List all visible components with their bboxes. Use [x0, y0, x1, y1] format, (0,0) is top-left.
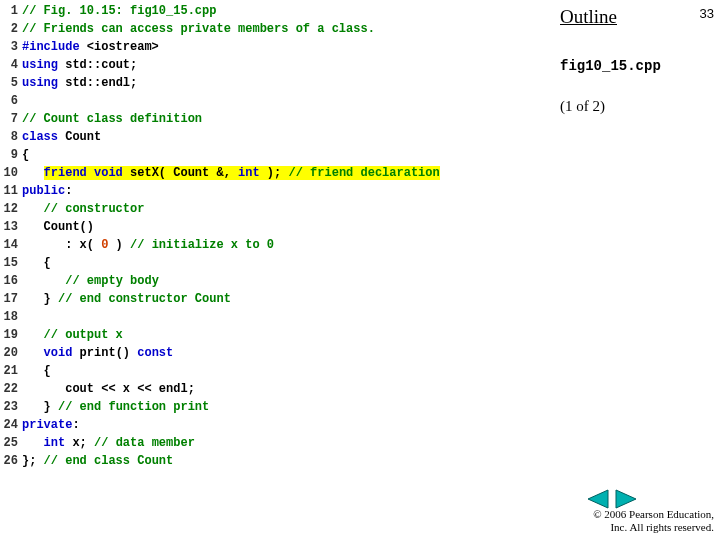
- line-number: 3: [0, 38, 22, 56]
- code-content: // Count class definition: [22, 110, 545, 128]
- code-line: 3#include <iostream>: [0, 38, 545, 56]
- code-content: cout << x << endl;: [22, 380, 545, 398]
- line-number: 17: [0, 290, 22, 308]
- code-line: 24private:: [0, 416, 545, 434]
- line-number: 1: [0, 2, 22, 20]
- code-content: class Count: [22, 128, 545, 146]
- code-listing: 1// Fig. 10.15: fig10_15.cpp2// Friends …: [0, 2, 545, 470]
- line-number: 11: [0, 182, 22, 200]
- code-line: 22 cout << x << endl;: [0, 380, 545, 398]
- code-line: 5using std::endl;: [0, 74, 545, 92]
- code-content: [22, 92, 545, 110]
- code-content: {: [22, 254, 545, 272]
- code-line: 26}; // end class Count: [0, 452, 545, 470]
- code-content: // output x: [22, 326, 545, 344]
- svg-marker-0: [588, 490, 608, 508]
- file-name-label: fig10_15.cpp: [560, 58, 661, 74]
- code-content: public:: [22, 182, 545, 200]
- line-number: 25: [0, 434, 22, 452]
- code-line: 14 : x( 0 ) // initialize x to 0: [0, 236, 545, 254]
- line-number: 13: [0, 218, 22, 236]
- svg-marker-1: [616, 490, 636, 508]
- code-line: 15 {: [0, 254, 545, 272]
- next-button[interactable]: [614, 488, 640, 510]
- code-content: {: [22, 146, 545, 164]
- code-line: 19 // output x: [0, 326, 545, 344]
- code-line: 13 Count(): [0, 218, 545, 236]
- copyright-line2: Inc. All rights reserved.: [610, 521, 714, 533]
- line-number: 15: [0, 254, 22, 272]
- code-line: 25 int x; // data member: [0, 434, 545, 452]
- code-content: int x; // data member: [22, 434, 545, 452]
- prev-button[interactable]: [584, 488, 610, 510]
- code-content: }; // end class Count: [22, 452, 545, 470]
- code-content: void print() const: [22, 344, 545, 362]
- code-line: 8class Count: [0, 128, 545, 146]
- page-part-label: (1 of 2): [560, 98, 605, 115]
- sidebar: Outline: [560, 6, 715, 28]
- code-line: 6: [0, 92, 545, 110]
- code-line: 12 // constructor: [0, 200, 545, 218]
- line-number: 9: [0, 146, 22, 164]
- code-content: friend void setX( Count &, int ); // fri…: [22, 164, 545, 182]
- line-number: 12: [0, 200, 22, 218]
- triangle-right-icon: [614, 488, 640, 510]
- code-line: 16 // empty body: [0, 272, 545, 290]
- code-content: #include <iostream>: [22, 38, 545, 56]
- code-content: [22, 308, 545, 326]
- code-line: 20 void print() const: [0, 344, 545, 362]
- code-content: using std::endl;: [22, 74, 545, 92]
- nav-buttons: [584, 488, 640, 510]
- code-content: } // end function print: [22, 398, 545, 416]
- line-number: 16: [0, 272, 22, 290]
- line-number: 5: [0, 74, 22, 92]
- code-content: private:: [22, 416, 545, 434]
- copyright-line1: © 2006 Pearson Education,: [593, 508, 714, 520]
- copyright: © 2006 Pearson Education, Inc. All right…: [593, 508, 714, 534]
- line-number: 20: [0, 344, 22, 362]
- triangle-left-icon: [584, 488, 610, 510]
- line-number: 26: [0, 452, 22, 470]
- code-line: 4using std::cout;: [0, 56, 545, 74]
- code-line: 21 {: [0, 362, 545, 380]
- line-number: 8: [0, 128, 22, 146]
- code-content: : x( 0 ) // initialize x to 0: [22, 236, 545, 254]
- line-number: 21: [0, 362, 22, 380]
- line-number: 7: [0, 110, 22, 128]
- line-number: 6: [0, 92, 22, 110]
- line-number: 14: [0, 236, 22, 254]
- code-line: 2// Friends can access private members o…: [0, 20, 545, 38]
- code-content: } // end constructor Count: [22, 290, 545, 308]
- code-content: // constructor: [22, 200, 545, 218]
- code-line: 1// Fig. 10.15: fig10_15.cpp: [0, 2, 545, 20]
- line-number: 19: [0, 326, 22, 344]
- page-number: 33: [700, 6, 714, 21]
- code-line: 23 } // end function print: [0, 398, 545, 416]
- code-line: 11public:: [0, 182, 545, 200]
- code-content: Count(): [22, 218, 545, 236]
- code-line: 17 } // end constructor Count: [0, 290, 545, 308]
- code-line: 10 friend void setX( Count &, int ); // …: [0, 164, 545, 182]
- code-line: 9{: [0, 146, 545, 164]
- line-number: 10: [0, 164, 22, 182]
- line-number: 24: [0, 416, 22, 434]
- line-number: 2: [0, 20, 22, 38]
- code-content: // Friends can access private members of…: [22, 20, 545, 38]
- code-content: // Fig. 10.15: fig10_15.cpp: [22, 2, 545, 20]
- code-content: {: [22, 362, 545, 380]
- code-line: 7// Count class definition: [0, 110, 545, 128]
- line-number: 4: [0, 56, 22, 74]
- line-number: 22: [0, 380, 22, 398]
- code-line: 18: [0, 308, 545, 326]
- line-number: 18: [0, 308, 22, 326]
- outline-heading: Outline: [560, 6, 715, 28]
- line-number: 23: [0, 398, 22, 416]
- code-content: // empty body: [22, 272, 545, 290]
- code-content: using std::cout;: [22, 56, 545, 74]
